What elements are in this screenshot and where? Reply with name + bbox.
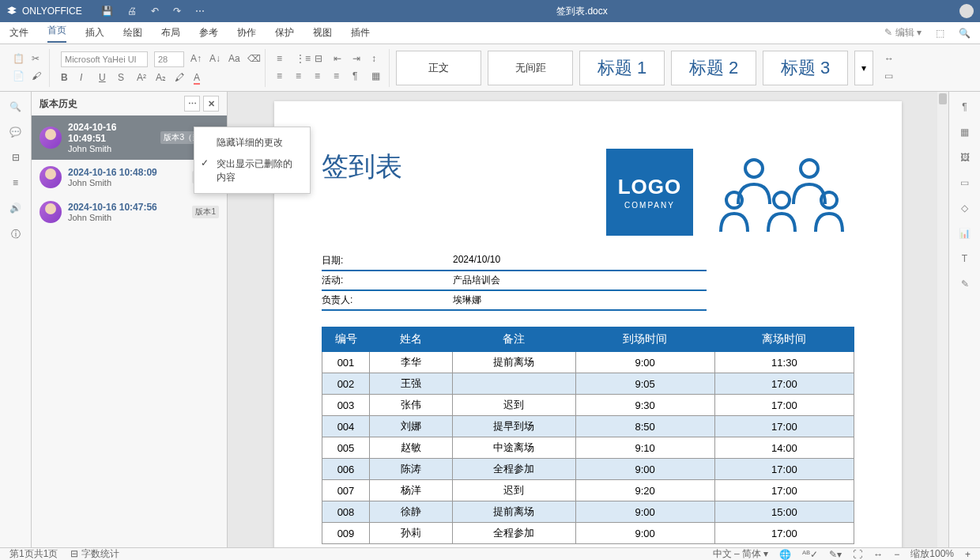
italic-icon[interactable]: I xyxy=(80,72,92,85)
about-icon[interactable]: ⓘ xyxy=(11,228,21,241)
cut-icon[interactable]: ✂ xyxy=(32,53,44,66)
nav-icon[interactable]: ≡ xyxy=(13,177,18,188)
image-settings-icon[interactable]: 🖼 xyxy=(960,152,970,163)
numbering-icon[interactable]: ⋮≡ xyxy=(296,53,308,66)
highlight-icon[interactable]: 🖍 xyxy=(175,72,187,85)
shading-icon[interactable]: ▦ xyxy=(371,70,384,83)
bullets-icon[interactable]: ≡ xyxy=(277,53,289,66)
underline-icon[interactable]: U xyxy=(99,72,111,85)
style-dropdown[interactable]: ▾ xyxy=(854,51,873,85)
subscript-icon[interactable]: A₂ xyxy=(156,72,168,85)
para-settings-icon[interactable]: ¶ xyxy=(962,101,967,112)
spell-icon[interactable]: 🌐 xyxy=(779,549,791,560)
style-nospacing[interactable]: 无间距 xyxy=(488,51,573,85)
change-case-icon[interactable]: Aa xyxy=(228,53,241,66)
headings-icon[interactable]: ⊟ xyxy=(12,152,20,163)
inc-indent-icon[interactable]: ⇥ xyxy=(352,53,365,66)
undo-icon[interactable]: ↶ xyxy=(151,6,159,17)
table-cell: 9:05 xyxy=(575,373,714,395)
word-count[interactable]: ⊟ 字数统计 xyxy=(70,547,119,560)
strike-icon[interactable]: S xyxy=(118,72,130,85)
menu-insert[interactable]: 插入 xyxy=(85,26,104,40)
dec-indent-icon[interactable]: ⇤ xyxy=(334,53,346,66)
fit-width-icon[interactable]: ↔ xyxy=(873,549,883,560)
select-icon[interactable]: ▭ xyxy=(884,70,897,83)
version-avatar xyxy=(40,166,62,188)
paste-icon[interactable]: 📄 xyxy=(13,70,25,83)
text-settings-icon[interactable]: T xyxy=(962,253,967,264)
style-h3[interactable]: 标题 3 xyxy=(763,51,848,85)
table-settings-icon[interactable]: ▦ xyxy=(960,127,969,138)
replace-icon[interactable]: ↔ xyxy=(884,53,897,66)
style-normal[interactable]: 正文 xyxy=(396,51,481,85)
table-cell: 9:20 xyxy=(575,480,714,501)
svg-point-1 xyxy=(801,160,818,177)
table-header: 姓名 xyxy=(370,327,453,352)
paragraph-icon[interactable]: ¶ xyxy=(352,70,365,83)
format-painter-icon[interactable]: 🖌 xyxy=(32,70,44,83)
menu-view[interactable]: 视图 xyxy=(313,26,332,40)
menu-collab[interactable]: 协作 xyxy=(237,26,256,40)
menu-hide-changes[interactable]: 隐藏详细的更改 xyxy=(194,132,310,153)
history-more-icon[interactable]: ⋯ xyxy=(184,96,200,112)
header-settings-icon[interactable]: ▭ xyxy=(960,177,969,188)
fit-icon[interactable]: ⛶ xyxy=(853,549,862,560)
menu-file[interactable]: 文件 xyxy=(9,26,28,40)
svg-point-3 xyxy=(774,192,790,208)
line-spacing-icon[interactable]: ↕ xyxy=(371,53,384,66)
clear-format-icon[interactable]: ⌫ xyxy=(247,53,260,66)
spellcheck-icon[interactable]: ᴬᴮ✓ xyxy=(802,549,818,560)
zoom-in-icon[interactable]: + xyxy=(965,549,971,560)
more-icon[interactable]: ⋯ xyxy=(195,6,205,17)
multilevel-icon[interactable]: ⊟ xyxy=(315,53,327,66)
shape-settings-icon[interactable]: ◇ xyxy=(961,202,968,214)
font-select[interactable] xyxy=(61,51,148,67)
table-cell: 17:00 xyxy=(714,459,854,480)
menu-home[interactable]: 首页 xyxy=(47,24,66,43)
superscript-icon[interactable]: A² xyxy=(137,72,149,85)
menu-draw[interactable]: 绘图 xyxy=(123,26,142,40)
track-icon[interactable]: ✎▾ xyxy=(829,549,842,560)
table-cell: 孙莉 xyxy=(370,523,453,544)
font-size[interactable] xyxy=(154,51,184,67)
redo-icon[interactable]: ↷ xyxy=(173,6,181,17)
zoom-out-icon[interactable]: − xyxy=(894,549,899,560)
signature-icon[interactable]: ✎ xyxy=(961,278,969,289)
bold-icon[interactable]: B xyxy=(61,72,74,85)
menu-protect[interactable]: 保护 xyxy=(275,26,294,40)
justify-icon[interactable]: ≡ xyxy=(334,70,346,83)
chart-settings-icon[interactable]: 📊 xyxy=(959,228,971,239)
page-indicator[interactable]: 第1页共1页 xyxy=(9,547,58,560)
search-icon[interactable]: 🔍 xyxy=(959,28,971,39)
edit-mode[interactable]: ✎ 编辑 ▾ xyxy=(884,26,922,40)
style-h1[interactable]: 标题 1 xyxy=(579,51,665,85)
feedback-icon[interactable]: 🔊 xyxy=(9,202,21,214)
copy-icon[interactable]: 📋 xyxy=(13,53,25,66)
comments-icon[interactable]: 💬 xyxy=(9,127,21,138)
menu-layout[interactable]: 布局 xyxy=(161,26,180,40)
shrink-font-icon[interactable]: A↓ xyxy=(209,53,222,66)
menu-highlight-deleted[interactable]: 突出显示已删除的内容 xyxy=(194,153,310,188)
version-item[interactable]: 2024-10-16 10:47:56 John Smith 版本1 xyxy=(32,195,227,229)
save-icon[interactable]: 💾 xyxy=(101,6,113,17)
document-area[interactable]: 签到表 LOGO COMPANY xyxy=(228,92,948,547)
align-left-icon[interactable]: ≡ xyxy=(277,70,289,83)
align-right-icon[interactable]: ≡ xyxy=(315,70,327,83)
grow-font-icon[interactable]: A↑ xyxy=(190,53,203,66)
menu-references[interactable]: 参考 xyxy=(199,26,218,40)
logo: LOGO COMPANY xyxy=(606,149,693,236)
info-label: 活动: xyxy=(322,274,453,287)
menu-plugins[interactable]: 插件 xyxy=(351,26,370,40)
menubar: 文件 首页 插入 绘图 布局 参考 协作 保护 视图 插件 ✎ 编辑 ▾ ⬚ 🔍 xyxy=(0,22,980,44)
history-close-icon[interactable]: ✕ xyxy=(203,96,219,112)
align-center-icon[interactable]: ≡ xyxy=(296,70,308,83)
user-avatar[interactable] xyxy=(959,4,974,18)
print-icon[interactable]: 🖨 xyxy=(127,6,137,17)
font-color-icon[interactable]: A xyxy=(194,72,206,85)
open-location-icon[interactable]: ⬚ xyxy=(936,28,944,39)
style-h2[interactable]: 标题 2 xyxy=(671,51,756,85)
zoom-level[interactable]: 缩放100% xyxy=(910,547,954,560)
lang-indicator[interactable]: 中文 – 简体 ▾ xyxy=(713,547,769,560)
scrollbar[interactable] xyxy=(937,92,948,547)
find-icon[interactable]: 🔍 xyxy=(9,101,21,112)
